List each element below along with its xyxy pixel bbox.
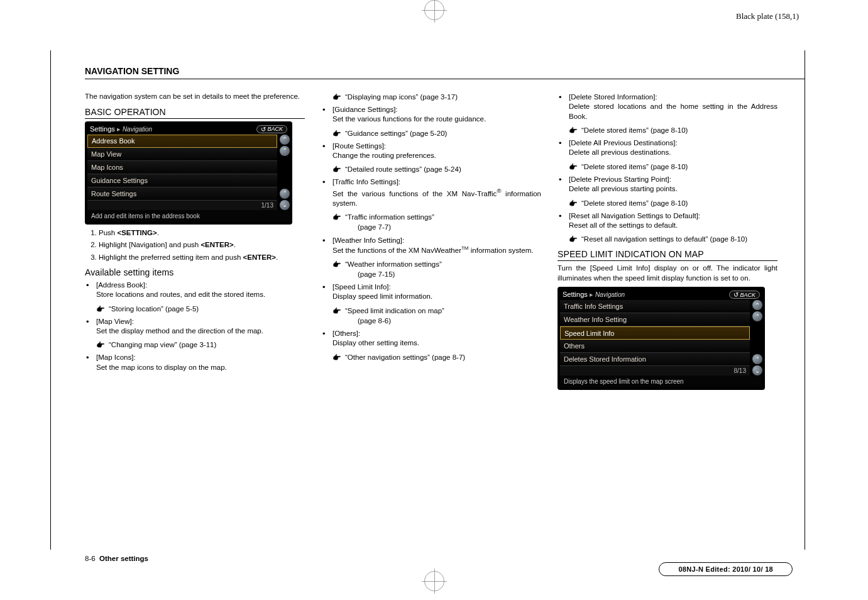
speed-limit-head: SPEED LIMIT INDICATION ON MAP [558,249,777,261]
pointer-icon [332,93,345,101]
pointer-icon [332,259,345,269]
pointer-icon [96,340,109,350]
column-1: The navigation system can be set in deta… [85,92,305,376]
item-map-icons: [Map Icons]: Set the map icons to displa… [85,352,305,372]
scr1-counter: 1/13 [87,201,277,210]
register-mark-top [424,0,444,20]
scr2-sub: Navigation [595,291,625,298]
item-address-book: [Address Book]: Store locations and rout… [85,280,305,314]
page-footer: 8-6 Other settings [85,555,148,562]
pointer-icon [569,198,581,208]
col2-bullets: [Guidance Settings]: Set the various fun… [321,104,541,362]
pointer-icon [96,304,109,314]
pointer-icon [332,164,345,174]
body-columns: The navigation system can be set in deta… [85,92,805,394]
edit-stamp: 08NJ-N Edited: 2010/ 10/ 18 [659,562,793,576]
col1-bullets: [Address Book]: Store locations and rout… [85,280,305,372]
register-mark-bottom [424,571,444,591]
scr1-row-2: Map Icons [87,161,277,174]
section-rule [85,79,805,79]
plate-mark: Black plate (158,1) [736,11,799,21]
scr1-row-0: Address Book [87,135,277,148]
pointer-icon [332,212,345,222]
basic-operation-head: BASIC OPERATION [85,107,305,119]
pointer-icon [569,162,581,172]
pointer-icon [569,234,581,244]
scr1-sub: Navigation [123,126,152,133]
speed-limit-paragraph: Turn the [Speed Limit Info] display on o… [558,264,777,283]
item-weather: [Weather Info Setting]: Set the function… [321,235,541,280]
item-route: [Route Settings]: Change the routing pre… [321,141,541,175]
column-2: “Displaying map icons” (page 3-17) [Guid… [321,92,541,365]
scr1-helper: Add and edit items in the address book [87,210,290,222]
scr1-back: BACK [256,125,287,133]
scr2-row-4: Deletes Stored Information [560,353,750,366]
col3-bullets: [Delete Stored Information]: Delete stor… [558,92,777,244]
item-others: [Others]: Display other setting items. “… [321,328,541,362]
scr1-row-3: Guidance Settings [87,174,277,187]
item-del-prev-start: [Delete Previous Starting Point]: Delete… [558,174,777,208]
scr2-row-0: Traffic Info Settings [560,300,750,313]
screenshot-settings-nav: Settings ▸ Navigation BACK Address Book … [85,121,292,225]
item-speedlimit: [Speed Limit Info]: Display speed limit … [321,282,541,326]
section-title: NAVIGATION SETTING [85,66,805,76]
pointer-icon [332,306,345,316]
item-guidance: [Guidance Settings]: Set the various fun… [321,104,541,138]
item-traffic: [Traffic Info Settings]: Set the various… [321,177,541,232]
trim-line-right [805,50,805,550]
scr2-row-2: Speed Limit Info [560,326,750,340]
item-map-view: [Map View]: Set the display method and t… [85,316,305,350]
intro-paragraph: The navigation system can be set in deta… [85,92,305,102]
pointer-icon [332,352,345,362]
available-items-head: Available setting items [85,267,305,277]
numbered-steps: Push <SETTING>. Highlight [Navigation] a… [85,228,305,263]
scr2-back: BACK [729,291,760,299]
pointer-icon [332,128,345,138]
scr1-row-1: Map View [87,148,277,161]
scr2-title: Settings [563,291,588,298]
scr1-scrollbar: ⌃˄ ˅⌄ [280,135,290,210]
scr2-counter: 8/13 [560,366,750,375]
trim-line-left [50,50,51,550]
item-reset-default: [Reset all Navigation Settings to Defaul… [558,211,777,245]
scr2-helper: Displays the speed limit on the map scre… [560,375,762,387]
scr2-scrollbar: ⌃˄ ˅⌄ [752,300,762,375]
step-2: Highlight [Navigation] and push <ENTER>. [99,240,305,250]
step-1: Push <SETTING>. [99,228,305,238]
screenshot-speed-limit: Settings ▸ Navigation BACK Traffic Info … [558,287,765,390]
scr1-title: Settings [90,125,115,133]
scr1-row-4: Route Settings [87,187,277,201]
item-del-stored: [Delete Stored Information]: Delete stor… [558,92,777,135]
pointer-icon [569,125,581,135]
column-3: [Delete Stored Information]: Delete stor… [558,92,777,394]
step-3: Highlight the preferred setting item and… [99,253,305,263]
item-del-prev-dest: [Delete All Previous Destinations]: Dele… [558,138,777,172]
scr2-row-3: Others [560,340,750,353]
scr2-row-1: Weather Info Setting [560,313,750,326]
